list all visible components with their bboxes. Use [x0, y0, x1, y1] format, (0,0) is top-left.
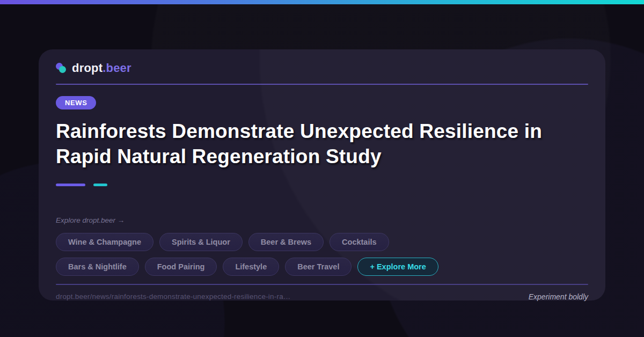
teal-accent-bar: [93, 184, 107, 186]
logo-teal-circle: [59, 66, 66, 73]
category-row-1: Wine & Champagne Spirits & Liquor Beer &…: [56, 233, 588, 251]
category-pill-wine-champagne[interactable]: Wine & Champagne: [56, 233, 153, 251]
explore-more-button[interactable]: + Explore More: [357, 258, 438, 276]
dropt-logo-icon: [56, 62, 68, 74]
category-pill-beer-brews[interactable]: Beer & Brews: [248, 233, 324, 251]
category-row-2: Bars & Nightlife Food Pairing Lifestyle …: [56, 258, 588, 276]
header-divider: [56, 84, 588, 85]
category-pill-bars-nightlife[interactable]: Bars & Nightlife: [56, 258, 139, 276]
explore-label: Explore dropt.beer →: [56, 216, 588, 224]
card-footer: dropt.beer/news/rainforests-demonstrate-…: [56, 292, 588, 301]
brand-header: dropt.beer: [56, 60, 588, 76]
article-url: dropt.beer/news/rainforests-demonstrate-…: [56, 292, 291, 301]
brand-name-secondary: .beer: [103, 61, 131, 75]
brand-name: dropt.beer: [72, 61, 131, 75]
category-pill-food-pairing[interactable]: Food Pairing: [145, 258, 217, 276]
news-badge[interactable]: NEWS: [56, 96, 96, 109]
brand-tagline: Experiment boldly: [529, 292, 588, 301]
brand-name-primary: dropt: [72, 61, 103, 75]
purple-accent-bar: [56, 184, 85, 186]
category-pill-beer-travel[interactable]: Beer Travel: [285, 258, 352, 276]
top-gradient-bar: [0, 0, 644, 4]
share-card: dropt.beer NEWS Rainforests Demonstrate …: [39, 49, 605, 301]
footer-divider: [56, 284, 588, 285]
category-pill-lifestyle[interactable]: Lifestyle: [223, 258, 279, 276]
category-pill-cocktails[interactable]: Cocktails: [330, 233, 389, 251]
article-headline: Rainforests Demonstrate Unexpected Resil…: [56, 119, 574, 169]
category-pill-spirits-liquor[interactable]: Spirits & Liquor: [159, 233, 243, 251]
accent-bars: [56, 184, 588, 186]
category-pills: Wine & Champagne Spirits & Liquor Beer &…: [56, 233, 588, 276]
